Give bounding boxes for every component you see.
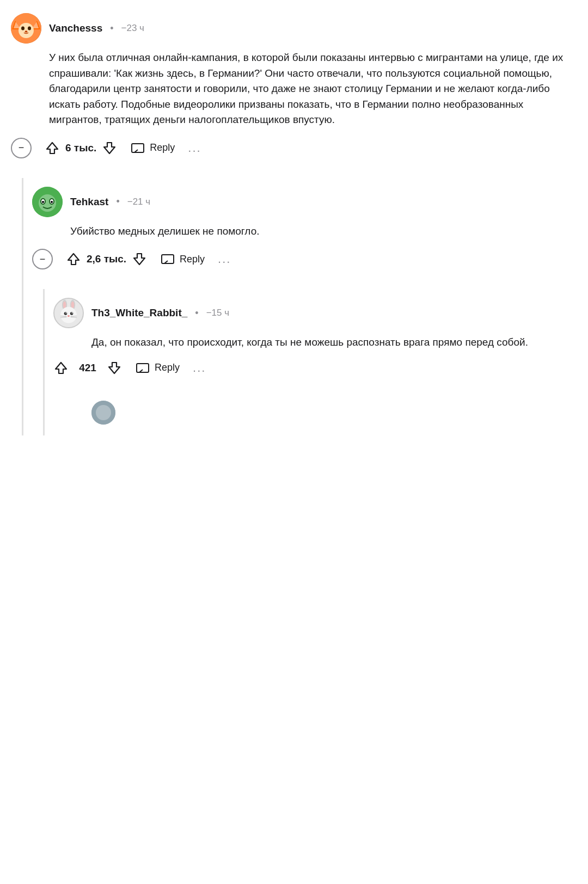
avatar	[53, 298, 84, 328]
reply-1-timestamp: −21 ч	[127, 197, 150, 207]
svg-rect-18	[162, 255, 174, 263]
reply-1-body: Убийство медных делишек не помогло.	[70, 224, 577, 240]
reply-thread-1: Tehkast • −21 ч Убийство медных делишек …	[22, 178, 577, 435]
reply-1-actions: − 2,6 тыс.	[32, 249, 577, 278]
reply-icon	[135, 360, 150, 376]
reply-thread-2: Th3_White_Rabbit_ • −15 ч Да, он показал…	[43, 289, 577, 435]
reply-2-votes: 421	[74, 362, 101, 374]
comment-1: Vanchesss • −23 ч У них была отличная он…	[11, 13, 577, 167]
bottom-avatar-hint	[53, 395, 577, 435]
svg-point-8	[25, 30, 28, 33]
comment-1-votes: 6 тыс.	[65, 142, 96, 154]
svg-point-24	[60, 307, 77, 323]
reply-2: Th3_White_Rabbit_ • −15 ч Да, он показал…	[53, 289, 577, 384]
collapse-icon: −	[40, 254, 46, 265]
reply-2-username: Th3_White_Rabbit_	[91, 307, 187, 319]
reply-1-username: Tehkast	[70, 196, 108, 208]
reply-2-timestamp: −15 ч	[206, 308, 229, 318]
reply-2-actions: 421 Reply	[53, 360, 577, 384]
reply-icon	[160, 251, 175, 267]
svg-point-22	[63, 302, 66, 309]
upvote-icon	[53, 360, 69, 376]
reply-2-dot: •	[195, 308, 198, 319]
avatar	[32, 187, 63, 217]
comment-1-actions: − 6 тыс. R	[11, 138, 577, 167]
downvote-icon	[107, 360, 122, 376]
svg-point-6	[21, 27, 24, 30]
upvote-icon	[45, 140, 60, 156]
reply-1-header: Tehkast • −21 ч	[32, 187, 577, 217]
downvote-button[interactable]	[132, 251, 147, 267]
reply-label: Reply	[150, 142, 175, 154]
reply-2-body: Да, он показал, что происходит, когда ты…	[91, 335, 577, 351]
svg-rect-9	[132, 144, 144, 152]
reply-button[interactable]: Reply	[130, 140, 175, 156]
vote-group: 6 тыс.	[45, 140, 117, 156]
svg-point-29	[68, 315, 70, 317]
more-button[interactable]: ...	[188, 141, 201, 155]
comment-1-timestamp: −23 ч	[121, 23, 144, 34]
reply-1-dot: •	[116, 196, 119, 207]
downvote-icon	[102, 140, 117, 156]
downvote-button[interactable]	[107, 360, 122, 376]
reply-button[interactable]: Reply	[135, 360, 180, 376]
svg-rect-34	[137, 364, 149, 372]
reply-1: Tehkast • −21 ч Убийство медных делишек …	[32, 178, 577, 435]
upvote-button[interactable]	[66, 251, 81, 267]
collapse-button[interactable]: −	[11, 138, 32, 158]
reply-label: Reply	[180, 254, 205, 265]
vote-group: 2,6 тыс.	[66, 251, 147, 267]
comment-1-dot: •	[110, 23, 113, 34]
comment-1-username: Vanchesss	[49, 22, 102, 34]
svg-point-28	[72, 312, 73, 314]
svg-point-36	[96, 405, 111, 420]
reply-1-votes: 2,6 тыс.	[87, 253, 126, 265]
svg-point-5	[19, 23, 34, 38]
downvote-button[interactable]	[102, 140, 117, 156]
avatar	[11, 13, 41, 44]
reply-button[interactable]: Reply	[160, 251, 205, 267]
reply-2-header: Th3_White_Rabbit_ • −15 ч	[53, 298, 577, 328]
collapse-icon: −	[19, 142, 24, 154]
svg-point-23	[71, 302, 75, 309]
upvote-icon	[66, 251, 81, 267]
svg-point-26	[70, 312, 74, 315]
svg-point-7	[28, 27, 31, 30]
reply-icon	[130, 140, 145, 156]
vote-group: 421	[53, 360, 122, 376]
svg-point-25	[64, 312, 68, 315]
svg-point-17	[51, 201, 53, 203]
upvote-button[interactable]	[45, 140, 60, 156]
downvote-icon	[132, 251, 147, 267]
svg-point-16	[42, 201, 44, 203]
upvote-button[interactable]	[53, 360, 69, 376]
comment-1-body: У них была отличная онлайн-кампания, в к…	[49, 50, 577, 128]
svg-point-27	[65, 312, 66, 314]
more-button[interactable]: ...	[218, 252, 231, 266]
comment-1-header: Vanchesss • −23 ч	[11, 13, 577, 44]
more-button[interactable]: ...	[193, 361, 206, 375]
reply-label: Reply	[155, 362, 180, 373]
collapse-button[interactable]: −	[32, 249, 53, 269]
comment-section: Vanchesss • −23 ч У них была отличная он…	[0, 0, 588, 435]
bottom-avatar	[91, 401, 115, 425]
